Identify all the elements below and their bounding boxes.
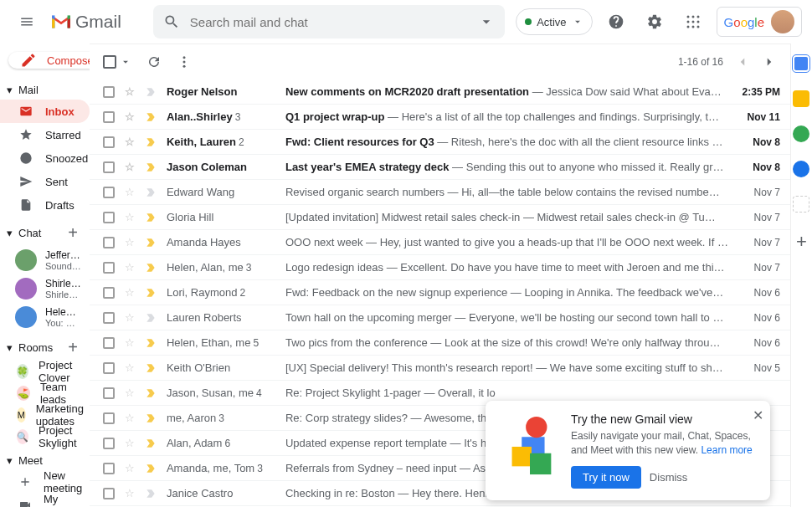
importance-marker[interactable] bbox=[145, 136, 157, 148]
sidebar-item-starred[interactable]: Starred bbox=[0, 123, 90, 146]
compose-button[interactable]: Compose bbox=[8, 52, 90, 69]
row-checkbox[interactable] bbox=[103, 262, 115, 274]
star-button[interactable]: ☆ bbox=[125, 462, 135, 474]
mail-row[interactable]: ☆Helen, Alan, me3Logo redesign ideas — E… bbox=[90, 255, 790, 280]
next-page-button[interactable] bbox=[762, 54, 777, 69]
star-button[interactable]: ☆ bbox=[125, 286, 135, 299]
row-checkbox[interactable] bbox=[103, 362, 115, 374]
apps-button[interactable] bbox=[678, 7, 708, 37]
importance-marker[interactable] bbox=[145, 262, 157, 274]
mail-section-header[interactable]: ▾Mail bbox=[0, 80, 90, 100]
mail-row[interactable]: ☆Keith, Lauren2Fwd: Client resources for… bbox=[90, 130, 790, 155]
sidebar-item-sent[interactable]: Sent bbox=[0, 170, 90, 193]
calendar-icon[interactable] bbox=[793, 55, 809, 72]
importance-marker[interactable] bbox=[145, 387, 157, 399]
search-box[interactable] bbox=[153, 5, 505, 38]
row-checkbox[interactable] bbox=[103, 412, 115, 424]
importance-marker[interactable] bbox=[145, 337, 157, 349]
select-all-checkbox[interactable] bbox=[103, 55, 131, 69]
star-button[interactable]: ☆ bbox=[125, 136, 135, 148]
row-checkbox[interactable] bbox=[103, 337, 115, 349]
row-checkbox[interactable] bbox=[103, 488, 115, 499]
importance-marker[interactable] bbox=[145, 111, 157, 123]
add-room-button[interactable]: + bbox=[68, 338, 78, 357]
rooms-section-header[interactable]: ▾Rooms+ bbox=[0, 335, 90, 361]
prev-page-button[interactable] bbox=[735, 54, 750, 69]
promo-close-button[interactable]: ✕ bbox=[753, 407, 763, 423]
row-checkbox[interactable] bbox=[103, 161, 115, 173]
importance-marker[interactable] bbox=[145, 161, 157, 173]
mail-row[interactable]: ☆Jason ColemanLast year's EMEA strategy … bbox=[90, 155, 790, 180]
room-item[interactable]: 🍀Project Clover bbox=[0, 361, 90, 382]
star-button[interactable]: ☆ bbox=[125, 261, 135, 274]
mail-row[interactable]: ☆Alan..Shirley3Q1 project wrap-up — Here… bbox=[90, 105, 790, 130]
importance-marker[interactable] bbox=[145, 237, 157, 248]
room-item[interactable]: 🔍Project Skylight bbox=[0, 426, 90, 448]
promo-learn-more-link[interactable]: Learn more bbox=[701, 444, 752, 456]
importance-marker[interactable] bbox=[145, 287, 157, 299]
promo-dismiss-button[interactable]: Dismiss bbox=[650, 471, 688, 484]
status-chip[interactable]: Active bbox=[516, 8, 592, 35]
star-button[interactable]: ☆ bbox=[125, 437, 135, 449]
star-button[interactable]: ☆ bbox=[125, 211, 135, 223]
hamburger-menu-button[interactable] bbox=[10, 5, 44, 38]
importance-marker[interactable] bbox=[145, 438, 157, 449]
row-checkbox[interactable] bbox=[103, 387, 115, 399]
star-button[interactable]: ☆ bbox=[125, 487, 135, 499]
chat-item[interactable]: Shirley, JefferyShirley: Awesome, thanks… bbox=[0, 274, 90, 303]
meet-item[interactable]: New meeting bbox=[0, 470, 90, 494]
importance-marker[interactable] bbox=[145, 212, 157, 223]
chat-item[interactable]: Jeffery ClarkSounds great! bbox=[0, 246, 90, 274]
row-checkbox[interactable] bbox=[103, 187, 115, 198]
star-button[interactable]: ☆ bbox=[125, 236, 135, 248]
star-button[interactable]: ☆ bbox=[125, 311, 135, 324]
mail-row[interactable]: ☆Edward WangRevised organic search numbe… bbox=[90, 180, 790, 205]
importance-marker[interactable] bbox=[145, 412, 157, 424]
row-checkbox[interactable] bbox=[103, 111, 115, 123]
importance-marker[interactable] bbox=[145, 463, 157, 474]
row-checkbox[interactable] bbox=[103, 237, 115, 248]
sidebar-item-inbox[interactable]: Inbox bbox=[0, 100, 90, 123]
settings-button[interactable] bbox=[640, 7, 670, 37]
star-button[interactable]: ☆ bbox=[125, 186, 135, 198]
mail-row[interactable]: ☆Roger NelsonNew comments on MCR2020 dra… bbox=[90, 79, 790, 105]
star-button[interactable]: ☆ bbox=[125, 161, 135, 173]
add-chat-button[interactable]: + bbox=[68, 223, 78, 243]
mail-row[interactable]: ☆Lori, Raymond2Fwd: Feedback on the new … bbox=[90, 280, 790, 305]
room-item[interactable]: ⛳Team leads bbox=[0, 382, 90, 404]
mail-row[interactable]: ☆Lauren RobertsTown hall on the upcoming… bbox=[90, 305, 790, 330]
star-button[interactable]: ☆ bbox=[125, 85, 135, 98]
mail-row[interactable]: ☆Helen, Ethan, me5Two pics from the conf… bbox=[90, 330, 790, 356]
star-button[interactable]: ☆ bbox=[125, 361, 135, 374]
keep-icon[interactable] bbox=[793, 90, 809, 107]
importance-marker[interactable] bbox=[145, 86, 157, 98]
row-checkbox[interactable] bbox=[103, 86, 115, 98]
row-checkbox[interactable] bbox=[103, 312, 115, 324]
meet-item[interactable]: My meetings bbox=[0, 494, 90, 507]
logo-area[interactable]: Gmail bbox=[50, 12, 121, 32]
refresh-button[interactable] bbox=[146, 54, 162, 69]
star-button[interactable]: ☆ bbox=[125, 387, 135, 399]
contacts-icon[interactable] bbox=[793, 161, 809, 177]
add-sidepanel-button[interactable]: + bbox=[796, 231, 807, 253]
chat-section-header[interactable]: ▾Chat+ bbox=[0, 220, 90, 246]
row-checkbox[interactable] bbox=[103, 212, 115, 223]
dropdown-caret-icon[interactable] bbox=[478, 13, 495, 30]
importance-marker[interactable] bbox=[145, 362, 157, 374]
more-button[interactable] bbox=[177, 54, 192, 69]
importance-marker[interactable] bbox=[145, 488, 157, 499]
mail-row[interactable]: ☆Amanda HayesOOO next week — Hey, just w… bbox=[90, 230, 790, 255]
meet-section-header[interactable]: ▾Meet bbox=[0, 451, 90, 470]
help-button[interactable] bbox=[601, 7, 631, 37]
addons-icon[interactable] bbox=[793, 196, 809, 213]
chat-item[interactable]: Helen, Adam, GregoryYou: Can we reschedu… bbox=[0, 303, 90, 331]
importance-marker[interactable] bbox=[145, 187, 157, 198]
star-button[interactable]: ☆ bbox=[125, 412, 135, 424]
promo-try-button[interactable]: Try it now bbox=[571, 466, 641, 489]
search-input[interactable] bbox=[190, 15, 468, 29]
tasks-icon[interactable] bbox=[793, 125, 809, 142]
sidebar-item-snoozed[interactable]: Snoozed bbox=[0, 146, 90, 170]
room-item[interactable]: MMarketing updates bbox=[0, 404, 90, 426]
star-button[interactable]: ☆ bbox=[125, 110, 135, 123]
star-button[interactable]: ☆ bbox=[125, 336, 135, 349]
